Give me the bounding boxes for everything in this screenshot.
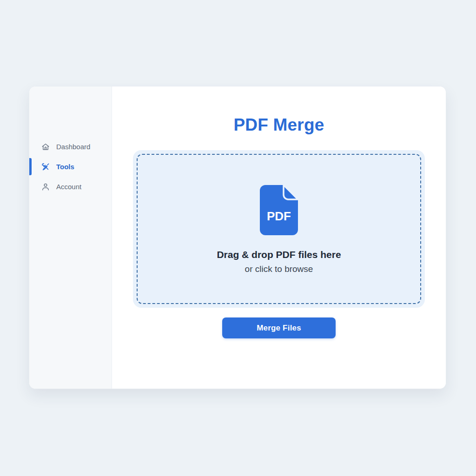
sidebar-item-account[interactable]: Account [29, 177, 112, 197]
sidebar-item-label: Dashboard [56, 143, 90, 151]
page-title: PDF Merge [233, 115, 324, 135]
sidebar-item-tools[interactable]: Tools [29, 157, 112, 177]
merge-files-button[interactable]: Merge Files [222, 317, 336, 338]
sidebar-item-label: Account [56, 183, 81, 191]
user-icon [40, 182, 51, 192]
dropzone[interactable]: PDF Drag & drop PDF files here or click … [133, 150, 425, 308]
pdf-file-icon: PDF [259, 184, 299, 238]
pdf-badge-text: PDF [267, 209, 291, 223]
dropzone-inner[interactable]: PDF Drag & drop PDF files here or click … [137, 154, 421, 304]
main-content: PDF Merge PDF Drag & drop PDF files here… [112, 86, 446, 389]
sidebar-item-label: Tools [56, 163, 74, 171]
home-icon [40, 142, 51, 152]
sidebar-item-dashboard[interactable]: Dashboard [29, 137, 112, 157]
dropzone-primary-text: Drag & drop PDF files here [217, 249, 341, 260]
tools-icon [40, 162, 51, 172]
app-window: Dashboard Tools [29, 86, 446, 389]
dropzone-secondary-text: or click to browse [245, 264, 313, 274]
page-background: Dashboard Tools [0, 0, 476, 476]
sidebar: Dashboard Tools [29, 86, 112, 389]
